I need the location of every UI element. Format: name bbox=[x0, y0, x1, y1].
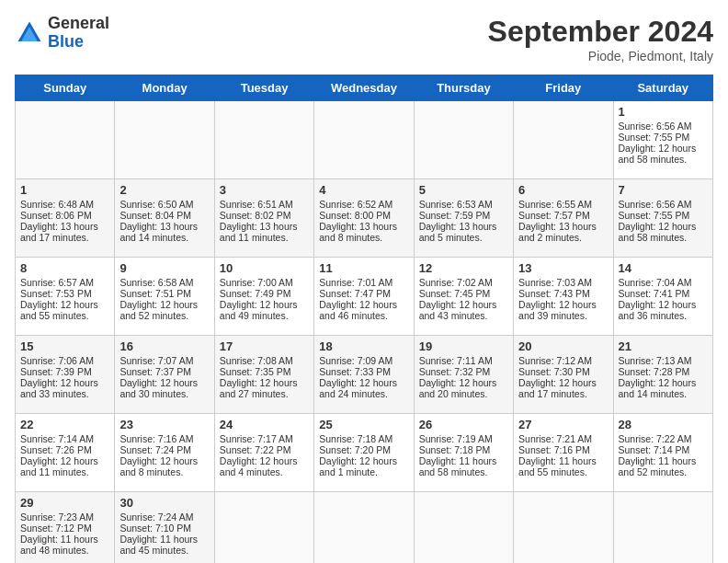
calendar-cell: 17Sunrise: 7:08 AMSunset: 7:35 PMDayligh… bbox=[214, 336, 313, 414]
sunset-text: Sunset: 7:49 PM bbox=[220, 288, 309, 299]
sunrise-text: Sunrise: 7:03 AM bbox=[518, 277, 608, 288]
calendar-cell: 21Sunrise: 7:13 AMSunset: 7:28 PMDayligh… bbox=[613, 336, 712, 414]
calendar-cell: 26Sunrise: 7:19 AMSunset: 7:18 PMDayligh… bbox=[414, 414, 513, 492]
calendar-cell: 19Sunrise: 7:11 AMSunset: 7:32 PMDayligh… bbox=[414, 336, 513, 414]
calendar-cell: 5Sunrise: 6:53 AMSunset: 7:59 PMDaylight… bbox=[414, 179, 513, 258]
day-number: 1 bbox=[20, 183, 109, 197]
sunrise-text: Sunrise: 7:07 AM bbox=[119, 355, 209, 366]
sunrise-text: Sunrise: 6:55 AM bbox=[518, 199, 608, 210]
daylight-text: Daylight: 12 hours and 27 minutes. bbox=[220, 377, 309, 399]
location-subtitle: Piode, Piedmont, Italy bbox=[488, 49, 713, 63]
day-number: 14 bbox=[619, 261, 708, 275]
daylight-text: Daylight: 13 hours and 8 minutes. bbox=[319, 221, 408, 243]
day-number: 2 bbox=[119, 183, 209, 197]
calendar-cell: 16Sunrise: 7:07 AMSunset: 7:37 PMDayligh… bbox=[115, 336, 214, 414]
calendar-cell: 28Sunrise: 7:22 AMSunset: 7:14 PMDayligh… bbox=[613, 414, 712, 492]
sunrise-text: Sunrise: 6:58 AM bbox=[119, 277, 209, 288]
daylight-text: Daylight: 12 hours and 20 minutes. bbox=[419, 377, 508, 399]
calendar-week-4: 22Sunrise: 7:14 AMSunset: 7:26 PMDayligh… bbox=[16, 414, 713, 492]
calendar-cell: 4Sunrise: 6:52 AMSunset: 8:00 PMDaylight… bbox=[314, 179, 414, 258]
sunrise-text: Sunrise: 6:51 AM bbox=[220, 199, 309, 210]
sunset-text: Sunset: 7:47 PM bbox=[319, 288, 408, 299]
calendar-cell: 8Sunrise: 6:57 AMSunset: 7:53 PMDaylight… bbox=[16, 258, 115, 336]
sunrise-text: Sunrise: 6:48 AM bbox=[20, 199, 109, 210]
sunset-text: Sunset: 7:43 PM bbox=[518, 288, 608, 299]
sunset-text: Sunset: 7:22 PM bbox=[220, 444, 309, 455]
day-number: 11 bbox=[319, 261, 408, 275]
calendar-cell: 15Sunrise: 7:06 AMSunset: 7:39 PMDayligh… bbox=[16, 336, 115, 414]
logo-icon bbox=[15, 18, 44, 48]
sunset-text: Sunset: 7:14 PM bbox=[619, 444, 708, 455]
daylight-text: Daylight: 12 hours and 43 minutes. bbox=[419, 299, 508, 321]
day-number: 5 bbox=[419, 183, 508, 197]
daylight-text: Daylight: 12 hours and 1 minute. bbox=[319, 455, 408, 477]
header-day-friday: Friday bbox=[514, 75, 613, 101]
daylight-text: Daylight: 12 hours and 39 minutes. bbox=[518, 299, 608, 321]
sunset-text: Sunset: 8:00 PM bbox=[319, 210, 408, 221]
daylight-text: Daylight: 12 hours and 30 minutes. bbox=[119, 377, 209, 399]
sunset-text: Sunset: 7:35 PM bbox=[220, 366, 309, 377]
calendar-week-3: 15Sunrise: 7:06 AMSunset: 7:39 PMDayligh… bbox=[16, 336, 713, 414]
title-block: September 2024 Piode, Piedmont, Italy bbox=[488, 15, 713, 63]
calendar-header: SundayMondayTuesdayWednesdayThursdayFrid… bbox=[16, 75, 713, 101]
day-number: 30 bbox=[119, 496, 209, 510]
sunset-text: Sunset: 8:02 PM bbox=[220, 210, 309, 221]
day-number: 21 bbox=[619, 339, 708, 353]
day-number: 16 bbox=[119, 339, 209, 353]
sunrise-text: Sunrise: 6:56 AM bbox=[619, 121, 708, 132]
sunrise-text: Sunrise: 6:56 AM bbox=[619, 199, 708, 210]
calendar-cell bbox=[214, 101, 313, 179]
header-day-thursday: Thursday bbox=[414, 75, 513, 101]
daylight-text: Daylight: 12 hours and 55 minutes. bbox=[20, 299, 109, 321]
calendar-cell: 1Sunrise: 6:48 AMSunset: 8:06 PMDaylight… bbox=[16, 179, 115, 258]
calendar-cell bbox=[16, 101, 115, 179]
sunset-text: Sunset: 8:06 PM bbox=[20, 210, 109, 221]
sunset-text: Sunset: 7:57 PM bbox=[518, 210, 608, 221]
sunset-text: Sunset: 7:32 PM bbox=[419, 366, 508, 377]
logo: General Blue bbox=[15, 15, 109, 52]
day-number: 27 bbox=[518, 418, 608, 431]
calendar-cell: 27Sunrise: 7:21 AMSunset: 7:16 PMDayligh… bbox=[514, 414, 613, 492]
day-number: 17 bbox=[220, 339, 309, 353]
header-day-wednesday: Wednesday bbox=[314, 75, 414, 101]
calendar-week-2: 8Sunrise: 6:57 AMSunset: 7:53 PMDaylight… bbox=[16, 258, 713, 336]
sunrise-text: Sunrise: 7:01 AM bbox=[319, 277, 408, 288]
sunrise-text: Sunrise: 7:11 AM bbox=[419, 355, 508, 366]
calendar-cell: 29Sunrise: 7:23 AMSunset: 7:12 PMDayligh… bbox=[16, 492, 115, 564]
sunset-text: Sunset: 7:55 PM bbox=[619, 132, 708, 143]
sunset-text: Sunset: 7:45 PM bbox=[419, 288, 508, 299]
sunrise-text: Sunrise: 7:18 AM bbox=[319, 433, 408, 444]
sunrise-text: Sunrise: 7:24 AM bbox=[119, 511, 209, 523]
day-number: 26 bbox=[419, 418, 508, 431]
day-number: 20 bbox=[518, 339, 608, 353]
sunset-text: Sunset: 8:04 PM bbox=[119, 210, 209, 221]
sunrise-text: Sunrise: 7:00 AM bbox=[220, 277, 309, 288]
day-number: 24 bbox=[220, 418, 309, 431]
daylight-text: Daylight: 13 hours and 11 minutes. bbox=[220, 221, 309, 243]
calendar-cell bbox=[314, 492, 414, 564]
daylight-text: Daylight: 12 hours and 11 minutes. bbox=[20, 455, 109, 477]
day-number: 9 bbox=[119, 261, 209, 275]
sunrise-text: Sunrise: 7:04 AM bbox=[619, 277, 708, 288]
daylight-text: Daylight: 12 hours and 36 minutes. bbox=[619, 299, 708, 321]
day-number: 3 bbox=[220, 183, 309, 197]
sunset-text: Sunset: 7:53 PM bbox=[20, 288, 109, 299]
day-number: 7 bbox=[619, 183, 708, 197]
logo-blue: Blue bbox=[48, 32, 84, 51]
calendar-cell: 12Sunrise: 7:02 AMSunset: 7:45 PMDayligh… bbox=[414, 258, 513, 336]
calendar-cell: 14Sunrise: 7:04 AMSunset: 7:41 PMDayligh… bbox=[613, 258, 712, 336]
calendar-cell: 22Sunrise: 7:14 AMSunset: 7:26 PMDayligh… bbox=[16, 414, 115, 492]
calendar-cell: 3Sunrise: 6:51 AMSunset: 8:02 PMDaylight… bbox=[214, 179, 313, 258]
calendar-cell bbox=[115, 101, 214, 179]
calendar-cell: 23Sunrise: 7:16 AMSunset: 7:24 PMDayligh… bbox=[115, 414, 214, 492]
calendar-table: SundayMondayTuesdayWednesdayThursdayFrid… bbox=[15, 75, 713, 563]
daylight-text: Daylight: 12 hours and 58 minutes. bbox=[619, 221, 708, 243]
daylight-text: Daylight: 11 hours and 48 minutes. bbox=[20, 534, 109, 556]
daylight-text: Daylight: 12 hours and 52 minutes. bbox=[119, 299, 209, 321]
sunset-text: Sunset: 7:28 PM bbox=[619, 366, 708, 377]
sunset-text: Sunset: 7:51 PM bbox=[119, 288, 209, 299]
calendar-week-1: 1Sunrise: 6:48 AMSunset: 8:06 PMDaylight… bbox=[16, 179, 713, 258]
day-number: 1 bbox=[619, 105, 708, 119]
header-row: SundayMondayTuesdayWednesdayThursdayFrid… bbox=[16, 75, 713, 101]
sunset-text: Sunset: 7:20 PM bbox=[319, 444, 408, 455]
